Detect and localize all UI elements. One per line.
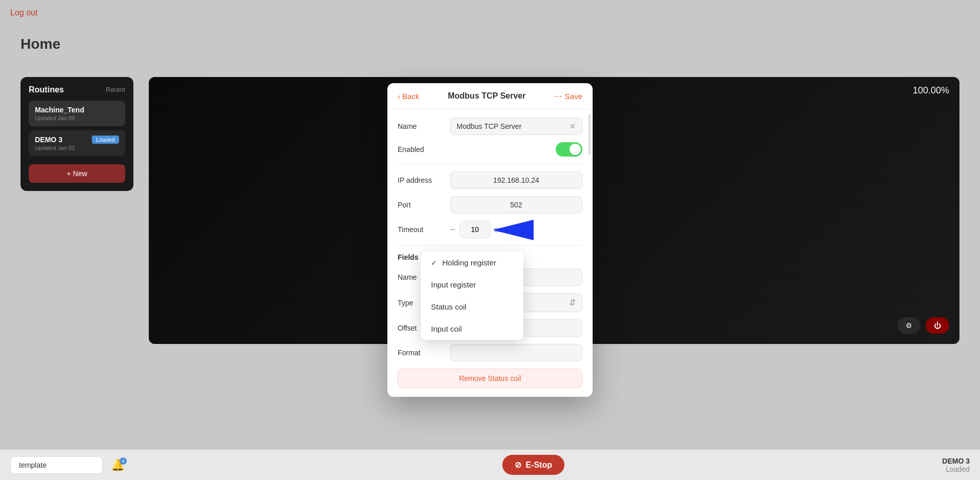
- ip-label: IP address: [398, 176, 444, 184]
- svg-marker-0: [493, 220, 534, 240]
- format-label: Format: [398, 349, 444, 357]
- check-icon: ✓: [431, 259, 437, 267]
- divider: [398, 164, 582, 164]
- ip-row: IP address: [398, 171, 582, 189]
- timeout-row: Timeout − sec: [398, 221, 582, 238]
- port-input[interactable]: [450, 196, 582, 214]
- more-icon: ⋯: [554, 91, 562, 101]
- format-input[interactable]: [450, 344, 582, 361]
- dropdown-item-status-coil[interactable]: Status coil: [421, 296, 523, 318]
- modal-header: ‹ Back Modbus TCP Server ⋯ Save: [387, 83, 593, 109]
- name-label: Name: [398, 122, 444, 130]
- modal-overlay: ‹ Back Modbus TCP Server ⋯ Save Name Mod…: [0, 0, 980, 480]
- format-row: Format: [398, 344, 582, 361]
- save-button[interactable]: ⋯ Save: [554, 91, 582, 101]
- divider2: [398, 245, 582, 246]
- type-dropdown-menu: ✓ Holding register Input register Status…: [421, 252, 523, 340]
- clear-icon[interactable]: ✕: [570, 122, 576, 130]
- name-value: Modbus TCP Server: [457, 122, 521, 130]
- enabled-label: Enabled: [398, 145, 444, 153]
- timeout-decrement[interactable]: −: [450, 224, 456, 235]
- enabled-toggle[interactable]: [556, 142, 582, 157]
- blue-arrow: [493, 220, 534, 242]
- dropdown-item-label: Input register: [431, 280, 476, 289]
- chevron-up-down-icon: ⇵: [569, 298, 576, 308]
- timeout-input[interactable]: [460, 221, 491, 238]
- save-label: Save: [565, 92, 582, 101]
- toggle-container: [450, 142, 582, 157]
- port-label: Port: [398, 201, 444, 209]
- modal-title: Modbus TCP Server: [448, 91, 526, 101]
- ip-input[interactable]: [450, 171, 582, 189]
- dropdown-item-label: Holding register: [442, 258, 496, 267]
- toggle-knob: [570, 144, 581, 155]
- back-button[interactable]: ‹ Back: [398, 92, 419, 101]
- dropdown-item-input-register[interactable]: Input register: [421, 274, 523, 296]
- name-row: Name Modbus TCP Server ✕: [398, 118, 582, 135]
- back-label: Back: [402, 92, 419, 101]
- remove-field-button[interactable]: Remove Status coil: [398, 369, 582, 388]
- port-row: Port: [398, 196, 582, 214]
- modbus-modal: ‹ Back Modbus TCP Server ⋯ Save Name Mod…: [387, 83, 593, 397]
- enabled-row: Enabled: [398, 142, 582, 157]
- timeout-label: Timeout: [398, 225, 444, 234]
- dropdown-item-input-coil[interactable]: Input coil: [421, 318, 523, 340]
- name-input-container[interactable]: Modbus TCP Server ✕: [450, 118, 582, 135]
- dropdown-item-label: Input coil: [431, 324, 462, 333]
- chevron-left-icon: ‹: [398, 92, 400, 101]
- dropdown-item-holding-register[interactable]: ✓ Holding register: [421, 252, 523, 274]
- dropdown-item-label: Status coil: [431, 302, 466, 311]
- scroll-bar: [589, 114, 591, 155]
